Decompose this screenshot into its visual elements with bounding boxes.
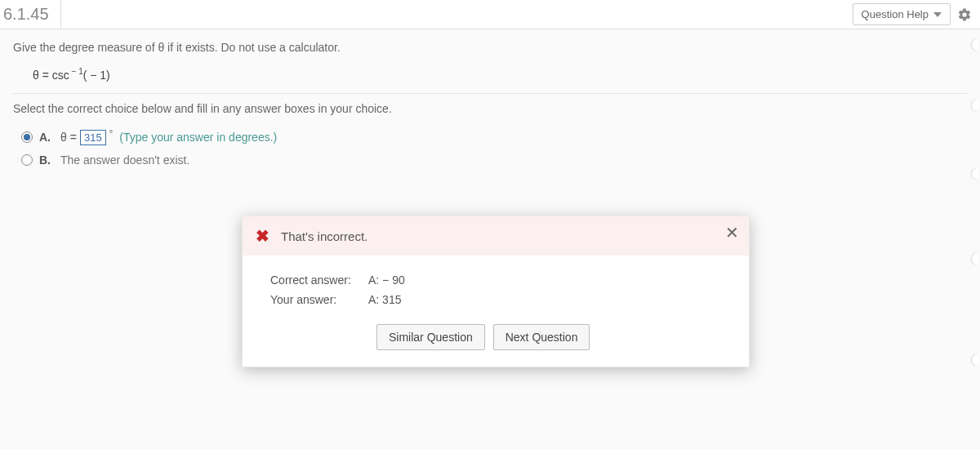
- choice-b-letter: B.: [39, 153, 54, 167]
- close-icon[interactable]: ✕: [725, 224, 739, 241]
- feedback-header: ✖ That's incorrect. ✕: [243, 216, 749, 256]
- choice-a-prefix: θ =: [60, 131, 77, 144]
- question-help-button[interactable]: Question Help: [853, 3, 951, 25]
- chevron-down-icon: [933, 12, 942, 17]
- choice-a: A. θ = ° (Type your answer in degrees.): [21, 130, 967, 145]
- feedback-body: Correct answer: A: − 90 Your answer: A: …: [243, 256, 749, 367]
- radio-a[interactable]: [21, 131, 33, 143]
- choice-a-letter: A.: [39, 131, 54, 144]
- radio-b[interactable]: [21, 154, 33, 166]
- equation: θ = csc − 1( − 1): [13, 62, 967, 93]
- degree-symbol: °: [109, 128, 113, 138]
- correct-answer-value: A: − 90: [368, 273, 405, 287]
- question-help-label: Question Help: [862, 8, 929, 20]
- choice-b: B. The answer doesn't exist.: [21, 153, 967, 167]
- gear-icon[interactable]: [957, 7, 972, 22]
- choice-b-text: The answer doesn't exist.: [60, 153, 189, 167]
- next-question-button[interactable]: Next Question: [493, 324, 590, 350]
- correct-answer-label: Correct answer:: [270, 273, 360, 287]
- divider: [13, 93, 967, 94]
- question-header: 6.1.45 Question Help: [0, 0, 980, 29]
- your-answer-value: A: 315: [368, 293, 401, 306]
- similar-question-button[interactable]: Similar Question: [376, 324, 485, 350]
- choice-a-hint: (Type your answer in degrees.): [119, 131, 277, 144]
- feedback-title: That's incorrect.: [281, 229, 368, 243]
- incorrect-x-icon: ✖: [256, 228, 270, 244]
- feedback-panel: ✖ That's incorrect. ✕ Correct answer: A:…: [242, 216, 750, 367]
- question-prompt: Give the degree measure of θ if it exist…: [13, 41, 967, 54]
- your-answer-label: Your answer:: [270, 293, 360, 306]
- question-content: Give the degree measure of θ if it exist…: [0, 29, 980, 186]
- right-edge-decor: [972, 29, 980, 449]
- theta-input[interactable]: [80, 130, 106, 145]
- select-prompt: Select the correct choice below and fill…: [13, 102, 967, 115]
- question-number: 6.1.45: [0, 0, 61, 29]
